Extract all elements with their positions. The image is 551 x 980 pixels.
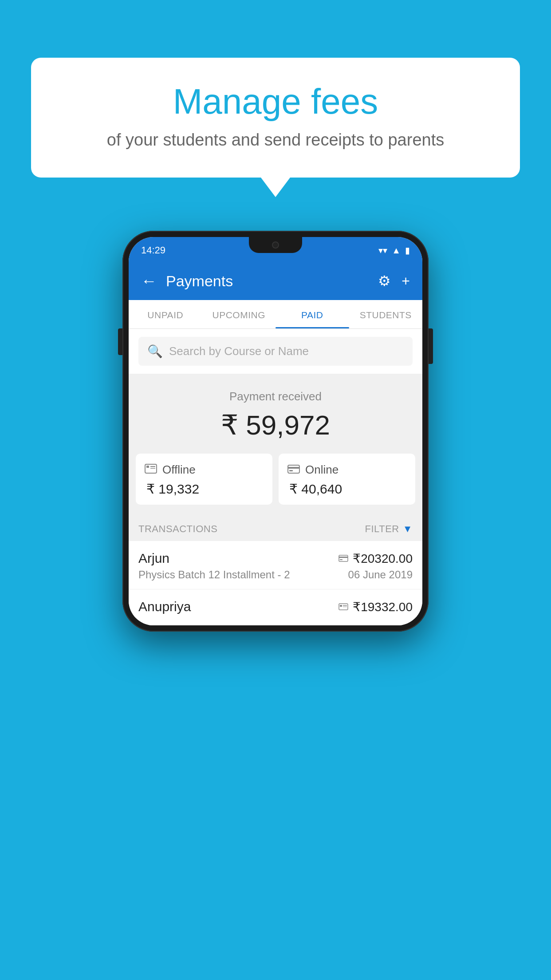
svg-rect-5 (288, 467, 299, 469)
transactions-header: TRANSACTIONS FILTER ▼ (129, 515, 422, 541)
payment-total-amount: ₹ 59,972 (138, 409, 413, 441)
search-input[interactable]: 🔍 Search by Course or Name (138, 337, 413, 366)
search-icon: 🔍 (147, 344, 163, 359)
online-card: Online ₹ 40,640 (279, 454, 415, 505)
svg-rect-6 (289, 470, 293, 471)
svg-rect-0 (145, 464, 157, 473)
filter-button[interactable]: FILTER ▼ (365, 523, 413, 535)
transaction-name: Arjun (138, 551, 169, 566)
online-type: Online (305, 463, 338, 477)
svg-rect-7 (339, 555, 348, 561)
offline-icon (145, 462, 157, 477)
transaction-amount-wrap: ₹19332.00 (338, 600, 413, 614)
app-header: ← Payments ⚙ + (129, 264, 422, 300)
battery-icon: ▮ (405, 245, 410, 256)
svg-rect-1 (146, 466, 149, 468)
status-time: 14:29 (141, 245, 165, 256)
online-icon (287, 462, 300, 477)
payment-received-label: Payment received (138, 390, 413, 403)
transaction-amount-wrap: ₹20320.00 (338, 551, 413, 566)
status-bar: 14:29 ▾▾ ▲ ▮ (129, 237, 422, 264)
tab-unpaid[interactable]: UNPAID (129, 300, 202, 328)
transaction-row[interactable]: Anupriya ₹19332.00 (129, 589, 422, 625)
settings-icon[interactable]: ⚙ (378, 273, 391, 289)
svg-rect-11 (340, 605, 342, 607)
offline-card: Offline ₹ 19,332 (136, 454, 272, 505)
online-payment-icon (338, 552, 348, 565)
phone-container: 14:29 ▾▾ ▲ ▮ ← Payments ⚙ + (122, 231, 429, 632)
transaction-date: 06 June 2019 (348, 569, 413, 581)
filter-icon: ▼ (403, 523, 413, 535)
tab-upcoming[interactable]: UPCOMING (202, 300, 276, 328)
offline-payment-icon (338, 601, 348, 613)
transaction-amount: ₹20320.00 (353, 551, 413, 566)
notch-camera (272, 241, 279, 249)
transaction-name: Anupriya (138, 599, 191, 614)
offline-amount: ₹ 19,332 (145, 481, 264, 497)
tab-students[interactable]: STUDENTS (349, 300, 423, 328)
speech-bubble-title: Manage fees (58, 82, 493, 121)
speech-bubble-container: Manage fees of your students and send re… (31, 58, 520, 178)
speech-bubble: Manage fees of your students and send re… (31, 58, 520, 178)
svg-rect-9 (340, 559, 342, 560)
status-icons: ▾▾ ▲ ▮ (378, 245, 410, 256)
search-placeholder: Search by Course or Name (169, 344, 309, 358)
payment-cards: Offline ₹ 19,332 (129, 454, 422, 515)
tab-paid[interactable]: PAID (276, 300, 349, 328)
payment-summary: Payment received ₹ 59,972 (129, 374, 422, 454)
transactions-label: TRANSACTIONS (138, 523, 217, 535)
header-title: Payments (166, 273, 369, 290)
offline-type: Offline (162, 463, 196, 477)
notch (249, 237, 302, 253)
online-amount: ₹ 40,640 (287, 481, 406, 497)
add-icon[interactable]: + (401, 273, 410, 289)
wifi-icon: ▾▾ (378, 245, 387, 256)
svg-rect-8 (339, 557, 348, 558)
speech-bubble-subtitle: of your students and send receipts to pa… (58, 129, 493, 151)
tabs: UNPAID UPCOMING PAID STUDENTS (129, 300, 422, 329)
phone-outer: 14:29 ▾▾ ▲ ▮ ← Payments ⚙ + (122, 231, 429, 632)
back-button[interactable]: ← (141, 272, 157, 290)
svg-rect-4 (288, 465, 299, 473)
header-icons: ⚙ + (378, 273, 410, 289)
transaction-row[interactable]: Arjun ₹20320.00 Physics Batch 1 (129, 541, 422, 589)
signal-icon: ▲ (392, 245, 401, 256)
phone-screen: 14:29 ▾▾ ▲ ▮ ← Payments ⚙ + (129, 237, 422, 625)
search-bar: 🔍 Search by Course or Name (129, 329, 422, 374)
transaction-course: Physics Batch 12 Installment - 2 (138, 569, 290, 581)
transaction-amount: ₹19332.00 (353, 600, 413, 614)
